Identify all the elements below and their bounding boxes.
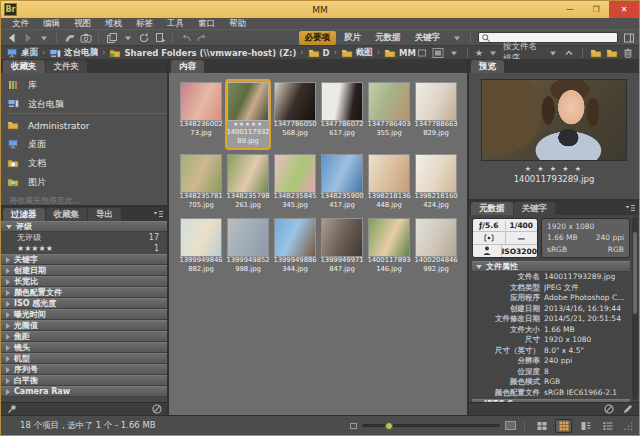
thumbnail[interactable]: 1348235900417.jpg <box>319 151 365 214</box>
filter-value-row[interactable]: 无评级17 <box>1 232 167 243</box>
output-icon[interactable] <box>153 32 166 44</box>
thumbnail[interactable]: 1347786050568.jpg <box>272 79 318 150</box>
maximize-button[interactable]: ❐ <box>583 1 609 18</box>
panel-menu-icon[interactable] <box>623 203 637 213</box>
tab-filter-tab[interactable]: 收藏集 <box>46 208 88 221</box>
thumbnail[interactable]: 1398218136448.jpg <box>366 151 412 214</box>
slider-thumb[interactable] <box>385 422 393 430</box>
tab-metadata-active[interactable]: 元数据 <box>471 202 513 215</box>
file-properties-header[interactable]: 文件属性 <box>472 261 630 272</box>
thumbnail[interactable]: 1348235845345.jpg <box>272 151 318 214</box>
rating-caret-icon[interactable] <box>487 47 499 59</box>
workspace-tab[interactable]: 元数据 <box>369 31 407 45</box>
filter-section-collapsed[interactable]: 镜头 <box>1 342 167 353</box>
filter-section-collapsed[interactable]: 机型 <box>1 353 167 364</box>
thumbnail[interactable]: 1399949846882.jpg <box>178 215 224 278</box>
sort-ascending-icon[interactable] <box>563 47 575 59</box>
workspace-tab[interactable]: 胶片 <box>338 31 367 45</box>
apply-metadata-icon[interactable] <box>621 403 634 415</box>
breadcrumb-item[interactable]: 这台电脑 <box>49 47 98 59</box>
thumbnail[interactable]: 1400204846992.jpg <box>413 215 459 278</box>
menu-item[interactable]: 堆栈 <box>98 18 129 30</box>
panel-menu-icon[interactable] <box>151 209 165 219</box>
camera-raw-icon[interactable] <box>79 32 92 44</box>
thumbnail[interactable]: 1347786403355.jpg <box>366 79 412 150</box>
refine-caret-icon[interactable] <box>121 32 134 44</box>
filter-section-collapsed[interactable]: Camera Raw <box>1 386 167 397</box>
menu-item[interactable]: 视图 <box>67 18 98 30</box>
filter-section-collapsed[interactable]: 创建日期 <box>1 265 167 276</box>
menu-item[interactable]: 帮助 <box>222 18 253 30</box>
rotate-left-icon[interactable] <box>179 32 192 44</box>
breadcrumb-item[interactable]: 截图 <box>341 47 373 59</box>
get-photos-icon[interactable] <box>105 32 118 44</box>
trash-icon[interactable] <box>622 47 634 59</box>
filter-value-row[interactable]: ★★★★★1 <box>1 243 167 254</box>
favorites-item[interactable]: 这台电脑 <box>7 95 167 114</box>
tab-filter-tab[interactable]: 导出 <box>88 208 121 221</box>
favorites-item[interactable]: 文档 <box>7 154 167 173</box>
lock-grid-view-button[interactable] <box>533 419 550 433</box>
filter-section-collapsed[interactable]: 序列号 <box>1 364 167 375</box>
open-recent-folder-icon[interactable] <box>590 47 602 59</box>
thumbnail[interactable]: 1347786072617.jpg <box>319 79 365 150</box>
view-grid-icon[interactable] <box>432 47 444 59</box>
thumbnail-selected[interactable]: ★★★★★140011793289.jpg <box>225 79 271 150</box>
favorites-item[interactable]: 库 <box>7 76 167 95</box>
filter-section-collapsed[interactable]: 白平衡 <box>1 375 167 386</box>
preview-rating[interactable]: ★ ★ ★ ★ ★ <box>525 165 583 173</box>
favorites-item[interactable]: 图片 <box>7 173 167 192</box>
scrollbar-thumb[interactable] <box>633 232 637 314</box>
forward-icon[interactable] <box>21 32 34 44</box>
breadcrumb-item[interactable]: MM <box>384 47 416 59</box>
new-folder-icon[interactable] <box>606 47 618 59</box>
thumbnail[interactable]: 1347788663829.jpg <box>413 79 459 150</box>
breadcrumb-item[interactable]: 桌面 <box>6 47 38 59</box>
thumbnail-view-button[interactable] <box>555 419 572 433</box>
thumbnail[interactable]: 1348235798261.jpg <box>225 151 271 214</box>
filter-section-collapsed[interactable]: 光圈值 <box>1 320 167 331</box>
boomerang-icon[interactable] <box>63 32 76 44</box>
tab-favorites-active[interactable]: 收藏夹 <box>3 60 45 73</box>
thumbnail[interactable]: 1348235781705.jpg <box>178 151 224 214</box>
filter-rating-icon[interactable]: ★ <box>475 48 483 58</box>
clear-filter-icon[interactable] <box>150 403 163 415</box>
metadata-scrollbar[interactable] <box>632 217 638 400</box>
breadcrumb-item[interactable]: D <box>308 47 330 59</box>
filter-section-collapsed[interactable]: 关键字 <box>1 254 167 265</box>
favorites-item[interactable]: 桌面 <box>7 135 167 154</box>
thumbnail-larger-icon[interactable] <box>505 421 516 430</box>
refresh-icon[interactable] <box>137 32 150 44</box>
sort-caret-icon[interactable] <box>547 47 559 59</box>
filter-section-collapsed[interactable]: 曝光时间 <box>1 309 167 320</box>
thumbnail[interactable]: 1399949852998.jpg <box>225 215 271 278</box>
resize-grip-icon[interactable] <box>621 420 634 432</box>
thumbnail[interactable]: 1400117893146.jpg <box>366 215 412 278</box>
menu-item[interactable]: 工具 <box>160 18 191 30</box>
menu-item[interactable]: 标签 <box>129 18 160 30</box>
thumbnail[interactable]: 1398218160424.jpg <box>413 151 459 214</box>
close-button[interactable]: ✕ <box>609 1 639 18</box>
keep-filter-pin-icon[interactable] <box>5 403 18 415</box>
thumbnail[interactable]: 134823600273.jpg <box>178 79 224 150</box>
rotate-right-icon[interactable] <box>195 32 208 44</box>
filter-section-collapsed[interactable]: 焦距 <box>1 331 167 342</box>
menu-item[interactable]: 窗口 <box>191 18 222 30</box>
workspace-tab[interactable]: 必要项 <box>299 31 337 45</box>
view-caret-icon[interactable] <box>448 47 460 59</box>
filter-section-collapsed[interactable]: ISO 感光度 <box>1 298 167 309</box>
menu-item[interactable]: 编辑 <box>36 18 67 30</box>
menu-item[interactable]: 文件 <box>5 18 36 30</box>
tab-content[interactable]: 内容 <box>171 60 204 73</box>
list-view-button[interactable] <box>599 419 616 433</box>
cancel-metadata-icon[interactable] <box>602 403 615 415</box>
tab-filter-active[interactable]: 过滤器 <box>3 208 45 221</box>
tab-preview[interactable]: 预览 <box>471 60 504 73</box>
tab-favorites-tab[interactable]: 文件夹 <box>46 60 88 73</box>
breadcrumb-item[interactable]: Shared Folders (\\vmware-host) (Z:) <box>109 47 296 59</box>
recent-caret-icon[interactable] <box>37 32 50 44</box>
metadata-section-collapsed[interactable]: IPTC Core <box>472 399 630 402</box>
view-filmstrip-icon[interactable] <box>416 47 428 59</box>
tab-metadata-tab[interactable]: 关键字 <box>514 202 556 215</box>
filter-section-collapsed[interactable]: 颜色配置文件 <box>1 287 167 298</box>
